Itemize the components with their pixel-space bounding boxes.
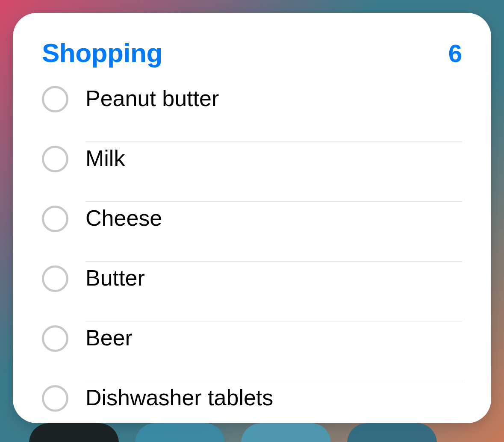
complete-toggle-icon[interactable]	[42, 325, 68, 352]
reminders-widget[interactable]: Shopping 6 Peanut butter Milk Cheese But…	[13, 13, 491, 423]
list-title[interactable]: Shopping	[42, 38, 162, 68]
reminder-item[interactable]: Milk	[42, 144, 462, 204]
complete-toggle-icon[interactable]	[42, 206, 68, 232]
reminder-item[interactable]: Peanut butter	[42, 84, 462, 144]
reminder-text: Beer	[85, 325, 133, 350]
app-icon	[347, 423, 437, 442]
reminder-content: Cheese	[85, 204, 462, 262]
reminder-item[interactable]: Cheese	[42, 204, 462, 264]
complete-toggle-icon[interactable]	[42, 265, 68, 292]
reminder-text: Dishwasher tablets	[85, 385, 273, 410]
reminder-list: Peanut butter Milk Cheese Butter Beer	[42, 84, 462, 442]
app-icon	[241, 423, 331, 442]
app-icon	[29, 423, 119, 442]
reminder-text: Butter	[85, 265, 145, 290]
complete-toggle-icon[interactable]	[42, 385, 68, 412]
reminder-content: Beer	[85, 324, 462, 381]
background-app-icons	[0, 423, 504, 442]
app-icon	[135, 423, 225, 442]
reminder-content: Peanut butter	[85, 84, 462, 142]
item-count: 6	[448, 39, 462, 68]
widget-header: Shopping 6	[42, 38, 462, 68]
reminder-item[interactable]: Beer	[42, 324, 462, 383]
reminder-item[interactable]: Butter	[42, 264, 462, 324]
reminder-content: Butter	[85, 264, 462, 321]
complete-toggle-icon[interactable]	[42, 146, 68, 172]
reminder-content: Milk	[85, 144, 462, 202]
reminder-text: Cheese	[85, 206, 162, 230]
reminder-text: Milk	[85, 146, 125, 171]
reminder-text: Peanut butter	[85, 86, 219, 111]
complete-toggle-icon[interactable]	[42, 86, 68, 112]
